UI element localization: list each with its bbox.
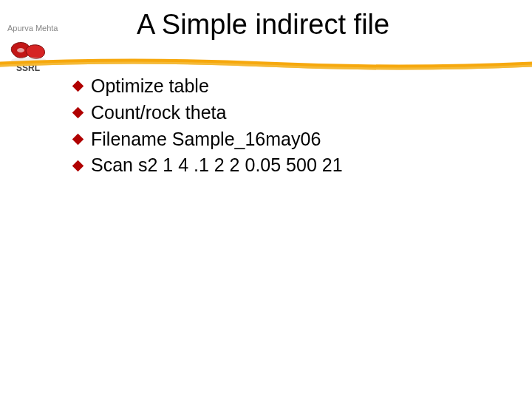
list-item: Scan s2 1 4 .1 2 2 0.05 500 21 xyxy=(74,153,343,178)
bullet-icon xyxy=(72,134,84,146)
svg-point-0 xyxy=(17,48,24,52)
title-underline xyxy=(0,58,532,71)
bullet-icon xyxy=(72,81,84,92)
author-label: Apurva Mehta xyxy=(7,24,58,33)
bullet-text: Scan s2 1 4 .1 2 2 0.05 500 21 xyxy=(91,153,343,178)
bullet-icon xyxy=(72,160,84,171)
slide: Apurva Mehta SSRL A Simple indirect file… xyxy=(0,0,532,399)
bullet-text: Count/rock theta xyxy=(91,100,226,126)
bullet-text: Optimize table xyxy=(91,74,209,99)
list-item: Filename Sample_16may06 xyxy=(74,127,343,152)
bullet-text: Filename Sample_16may06 xyxy=(91,127,321,152)
bullet-icon xyxy=(72,107,84,119)
list-item: Optimize table xyxy=(74,74,343,99)
bullet-list: Optimize table Count/rock theta Filename… xyxy=(74,74,343,180)
list-item: Count/rock theta xyxy=(74,100,343,126)
page-title: A Simple indirect file xyxy=(137,9,389,41)
